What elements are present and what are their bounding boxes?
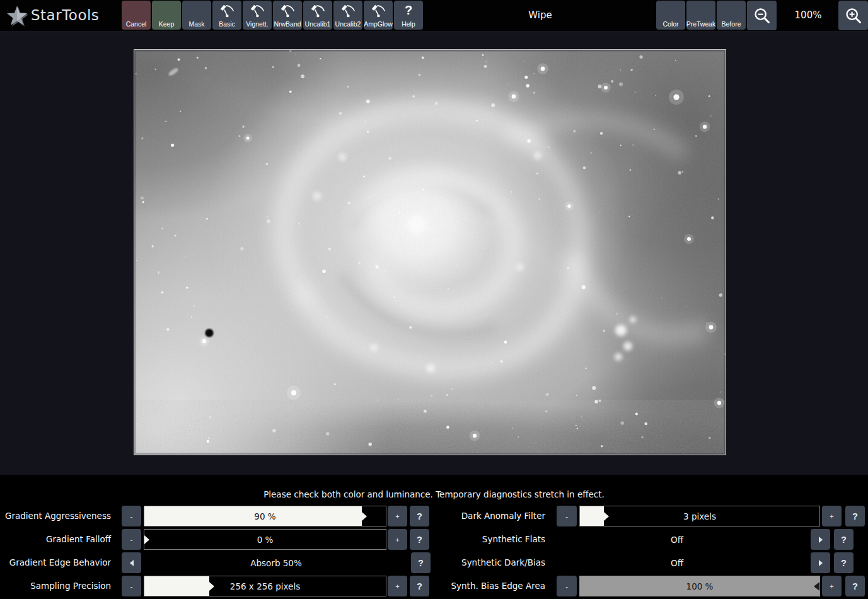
dark-anomaly-filter-help-button[interactable]: ? xyxy=(845,506,865,526)
slider-thumb[interactable] xyxy=(362,512,367,521)
before-view-button[interactable]: Before xyxy=(717,1,746,30)
zoom-out-button[interactable] xyxy=(747,1,777,30)
gradient-aggressiveness-increase-button[interactable]: + xyxy=(388,506,407,526)
question-icon: ? xyxy=(405,3,412,17)
controls: Gradient Aggressiveness - 90 % + ? Gradi… xyxy=(0,506,868,597)
gradient-falloff-help-button[interactable]: ? xyxy=(410,529,429,550)
synthetic-flats-next-button[interactable] xyxy=(811,529,830,550)
preview-image[interactable] xyxy=(134,49,726,455)
arrow-left-icon xyxy=(130,560,134,566)
sampling-precision-help-button[interactable]: ? xyxy=(410,576,429,596)
preset-uncalib2-button[interactable]: Uncalib2 xyxy=(333,1,362,30)
synthetic-flats-help-button[interactable]: ? xyxy=(834,529,854,550)
controls-right-column: Dark Anomaly Filter - 3 pixels + ? Synth… xyxy=(434,506,865,599)
synth-bias-edge-area-row: Synth. Bias Edge Area - 100 % + ? xyxy=(434,576,865,596)
synth-bias-edge-area-value: 100 % xyxy=(580,576,819,596)
gradient-aggressiveness-label: Gradient Aggressiveness xyxy=(0,506,111,526)
gradient-falloff-slider[interactable]: 0 % xyxy=(144,529,386,550)
app-logo: StarTools xyxy=(0,0,122,30)
preset-narrowband-button[interactable]: NrwBand xyxy=(273,1,302,30)
gradient-edge-behavior-help-button[interactable]: ? xyxy=(411,552,431,573)
wiper-icon xyxy=(249,3,265,21)
gradient-falloff-value: 0 % xyxy=(144,530,386,549)
dark-anomaly-filter-slider[interactable]: 3 pixels xyxy=(579,506,820,526)
sampling-precision-slider[interactable]: 256 x 256 pixels xyxy=(144,576,386,596)
synth-bias-edge-area-label: Synth. Bias Edge Area xyxy=(434,576,545,596)
synth-bias-edge-area-increase-button[interactable]: + xyxy=(822,576,842,596)
gradient-edge-behavior-prev-button[interactable] xyxy=(122,552,141,573)
pretweak-view-button[interactable]: PreTweak xyxy=(686,1,715,30)
gradient-falloff-row: Gradient Falloff - 0 % + ? xyxy=(0,529,431,550)
synth-bias-edge-area-help-button[interactable]: ? xyxy=(845,576,865,596)
wiper-icon xyxy=(219,3,235,21)
zoom-level: 100% xyxy=(778,0,838,30)
sampling-precision-label: Sampling Precision xyxy=(0,576,111,596)
synthetic-flats-label: Synthetic Flats xyxy=(434,529,545,550)
synthetic-dark-bias-row: Synthetic Dark/Bias Off ? xyxy=(434,552,865,573)
gradient-falloff-decrease-button[interactable]: - xyxy=(122,529,141,550)
preset-uncalib1-button[interactable]: Uncalib1 xyxy=(303,1,332,30)
zoom-in-button[interactable] xyxy=(838,1,868,30)
startools-star-icon xyxy=(4,3,30,28)
galaxy-image xyxy=(134,50,726,455)
sampling-precision-row: Sampling Precision - 256 x 256 pixels + … xyxy=(0,576,431,596)
synthetic-dark-bias-label: Synthetic Dark/Bias xyxy=(434,552,545,573)
synthetic-dark-bias-next-button[interactable] xyxy=(811,552,830,573)
startools-window: StarTools Cancel Keep Mask Basic Vignett… xyxy=(0,0,868,599)
cancel-button[interactable]: Cancel xyxy=(122,1,151,30)
brand-name: StarTools xyxy=(31,7,99,23)
gradient-edge-behavior-row: Gradient Edge Behavior Absorb 50% ? xyxy=(0,552,431,573)
workspace xyxy=(0,35,868,475)
wiper-icon xyxy=(310,3,326,21)
wiper-icon xyxy=(370,3,386,21)
slider-thumb[interactable] xyxy=(604,512,609,521)
sampling-precision-decrease-button[interactable]: - xyxy=(122,576,141,596)
sampling-precision-increase-button[interactable]: + xyxy=(388,576,407,596)
status-message: Please check both color and luminance. T… xyxy=(0,475,868,499)
dark-anomaly-filter-increase-button[interactable]: + xyxy=(822,506,842,526)
synth-bias-edge-area-slider[interactable]: 100 % xyxy=(579,576,820,596)
gradient-aggressiveness-slider[interactable]: 90 % xyxy=(144,506,386,526)
parameter-panel: Please check both color and luminance. T… xyxy=(0,475,868,599)
synthetic-dark-bias-help-button[interactable]: ? xyxy=(834,552,854,573)
synthetic-flats-value-field: Off xyxy=(545,529,809,550)
toolbar: StarTools Cancel Keep Mask Basic Vignett… xyxy=(0,0,868,35)
gradient-edge-behavior-value-field: Absorb 50% xyxy=(144,552,408,573)
help-button[interactable]: ? Help xyxy=(394,1,423,30)
gradient-edge-behavior-label: Gradient Edge Behavior xyxy=(0,552,111,573)
preset-ampglow-button[interactable]: AmpGlow xyxy=(364,1,393,30)
gradient-aggressiveness-value: 90 % xyxy=(144,506,386,526)
gradient-falloff-increase-button[interactable]: + xyxy=(388,529,407,550)
dark-anomaly-filter-value: 3 pixels xyxy=(580,506,819,526)
magnifier-plus-icon xyxy=(845,7,862,25)
wiper-icon xyxy=(340,3,356,21)
sampling-precision-value: 256 x 256 pixels xyxy=(144,576,386,596)
arrow-right-icon xyxy=(819,560,823,566)
dark-anomaly-filter-row: Dark Anomaly Filter - 3 pixels + ? xyxy=(434,506,865,526)
arrow-right-icon xyxy=(819,537,823,543)
preset-basic-button[interactable]: Basic xyxy=(212,1,241,30)
keep-button[interactable]: Keep xyxy=(152,1,181,30)
color-view-button[interactable]: Color xyxy=(656,1,685,30)
dark-anomaly-filter-decrease-button[interactable]: - xyxy=(557,506,577,526)
slider-thumb[interactable] xyxy=(144,535,149,544)
gradient-aggressiveness-row: Gradient Aggressiveness - 90 % + ? xyxy=(0,506,431,526)
slider-thumb[interactable] xyxy=(209,582,214,591)
slider-thumb[interactable] xyxy=(814,582,819,591)
gradient-aggressiveness-decrease-button[interactable]: - xyxy=(122,506,141,526)
dark-anomaly-filter-label: Dark Anomaly Filter xyxy=(434,506,545,526)
synthetic-flats-row: Synthetic Flats Off ? xyxy=(434,529,865,550)
preset-vignetting-button[interactable]: Vignett. xyxy=(243,1,272,30)
module-title: Wipe xyxy=(424,0,656,30)
mask-button[interactable]: Mask xyxy=(182,1,211,30)
controls-left-column: Gradient Aggressiveness - 90 % + ? Gradi… xyxy=(0,506,431,599)
synth-bias-edge-area-decrease-button[interactable]: - xyxy=(557,576,577,596)
gradient-falloff-label: Gradient Falloff xyxy=(0,529,111,550)
synthetic-dark-bias-value-field: Off xyxy=(545,552,809,573)
magnifier-minus-icon xyxy=(753,7,771,25)
gradient-aggressiveness-help-button[interactable]: ? xyxy=(410,506,429,526)
wiper-icon xyxy=(279,3,296,21)
